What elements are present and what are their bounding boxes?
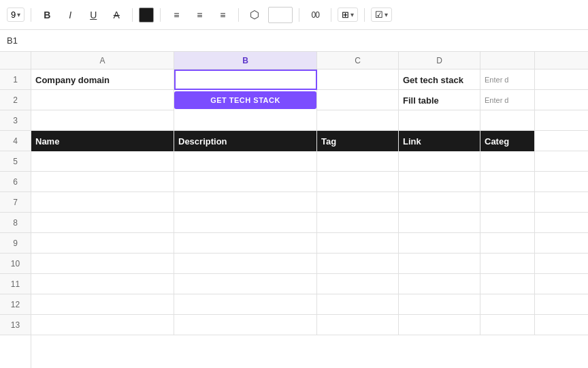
row-num-2: 2	[0, 90, 31, 110]
divider-3	[160, 8, 161, 22]
cell-a12[interactable]	[31, 294, 174, 315]
cell-b3[interactable]	[174, 110, 317, 131]
cell-c5[interactable]	[317, 151, 399, 172]
cell-e13[interactable]	[480, 315, 535, 335]
cell-c1[interactable]	[317, 70, 399, 90]
cell-b7[interactable]	[174, 192, 317, 213]
font-size-control[interactable]: 9 ▾	[7, 7, 24, 22]
table-row: GET TECH STACK Fill table Enter d	[31, 90, 588, 110]
row-num-9: 9	[0, 233, 31, 254]
cell-b5[interactable]	[174, 151, 317, 172]
cell-e1[interactable]: Enter d	[480, 70, 535, 90]
chevron-down-icon: ▾	[17, 11, 20, 18]
cell-c6[interactable]	[317, 172, 399, 192]
row-num-12: 12	[0, 294, 31, 315]
cell-d12[interactable]	[399, 294, 480, 315]
col-header-a[interactable]: A	[31, 52, 174, 69]
cell-b1[interactable]	[174, 70, 317, 90]
cell-reference-bar: B1	[0, 30, 588, 52]
cell-a3[interactable]	[31, 110, 174, 131]
cell-d1[interactable]: Get tech stack	[399, 70, 480, 90]
cell-a8[interactable]	[31, 213, 174, 233]
cell-e9[interactable]	[480, 233, 535, 254]
cell-a10[interactable]	[31, 254, 174, 274]
cell-d7[interactable]	[399, 192, 480, 213]
cell-e11[interactable]	[480, 274, 535, 294]
cell-c13[interactable]	[317, 315, 399, 335]
cell-b9[interactable]	[174, 233, 317, 254]
cell-a9[interactable]	[31, 233, 174, 254]
cell-d3[interactable]	[399, 110, 480, 131]
cell-c4[interactable]: Tag	[317, 131, 399, 151]
cell-c2[interactable]	[317, 90, 399, 110]
cell-d2[interactable]: Fill table	[399, 90, 480, 110]
divider-4	[238, 8, 239, 22]
cell-c3[interactable]	[317, 110, 399, 131]
align-center-button[interactable]: ≡	[190, 5, 209, 25]
cell-a7[interactable]	[31, 192, 174, 213]
cell-c11[interactable]	[317, 274, 399, 294]
cell-c12[interactable]	[317, 294, 399, 315]
cell-e12[interactable]	[480, 294, 535, 315]
cell-b11[interactable]	[174, 274, 317, 294]
bold-button[interactable]: B	[37, 5, 56, 25]
strikethrough-button[interactable]: A	[107, 5, 126, 25]
format-combo-chevron: ▾	[350, 11, 354, 18]
cell-a4[interactable]: Name	[31, 131, 174, 151]
cell-e10[interactable]	[480, 254, 535, 274]
divider-7	[364, 8, 365, 22]
cell-a6[interactable]	[31, 172, 174, 192]
cell-c7[interactable]	[317, 192, 399, 213]
cell-e2[interactable]: Enter d	[480, 90, 535, 110]
row-num-8: 8	[0, 213, 31, 233]
cell-e4[interactable]: Categ	[480, 131, 535, 151]
cell-b12[interactable]	[174, 294, 317, 315]
cell-c8[interactable]	[317, 213, 399, 233]
cell-e6[interactable]	[480, 172, 535, 192]
col-header-b[interactable]: B	[174, 52, 317, 69]
cell-c10[interactable]	[317, 254, 399, 274]
italic-button[interactable]: I	[61, 5, 80, 25]
cell-e5[interactable]	[480, 151, 535, 172]
cell-d5[interactable]	[399, 151, 480, 172]
cell-b10[interactable]	[174, 254, 317, 274]
cell-b6[interactable]	[174, 172, 317, 192]
cell-e8[interactable]	[480, 213, 535, 233]
cell-a5[interactable]	[31, 151, 174, 172]
underline-button[interactable]: U	[84, 5, 103, 25]
align-right-button[interactable]: ≡	[213, 5, 232, 25]
cell-b8[interactable]	[174, 213, 317, 233]
cell-a11[interactable]	[31, 274, 174, 294]
format-combo-icon: ⊞	[342, 10, 349, 20]
table-row	[31, 110, 588, 131]
cell-a1[interactable]: Company domain	[31, 70, 174, 90]
divider-1	[31, 8, 31, 22]
currency-button[interactable]: 00	[306, 5, 325, 25]
table-row: Company domain Get tech stack Enter d	[31, 70, 588, 90]
checkbox-combo[interactable]: ☑ ▾	[371, 7, 392, 22]
col-header-d[interactable]: D	[399, 52, 480, 69]
col-header-e[interactable]	[480, 52, 535, 69]
align-left-button[interactable]: ≡	[167, 5, 186, 25]
cell-a13[interactable]	[31, 315, 174, 335]
cell-b13[interactable]	[174, 315, 317, 335]
cell-c9[interactable]	[317, 233, 399, 254]
col-header-c[interactable]: C	[317, 52, 399, 69]
cell-reference: B1	[7, 35, 34, 46]
cell-d4[interactable]: Link	[399, 131, 480, 151]
cell-d6[interactable]	[399, 172, 480, 192]
cell-d10[interactable]	[399, 254, 480, 274]
cell-d9[interactable]	[399, 233, 480, 254]
format-combo[interactable]: ⊞ ▾	[338, 7, 358, 22]
font-color-swatch[interactable]	[139, 7, 154, 22]
cell-d13[interactable]	[399, 315, 480, 335]
cell-d8[interactable]	[399, 213, 480, 233]
format-button[interactable]: ⬡	[245, 5, 264, 25]
cell-d11[interactable]	[399, 274, 480, 294]
table-row	[31, 254, 588, 274]
get-tech-stack-button[interactable]: GET TECH STACK	[174, 91, 316, 109]
cell-b4[interactable]: Description	[174, 131, 317, 151]
cell-e3[interactable]	[480, 110, 535, 131]
cell-a2[interactable]	[31, 90, 174, 110]
cell-e7[interactable]	[480, 192, 535, 213]
